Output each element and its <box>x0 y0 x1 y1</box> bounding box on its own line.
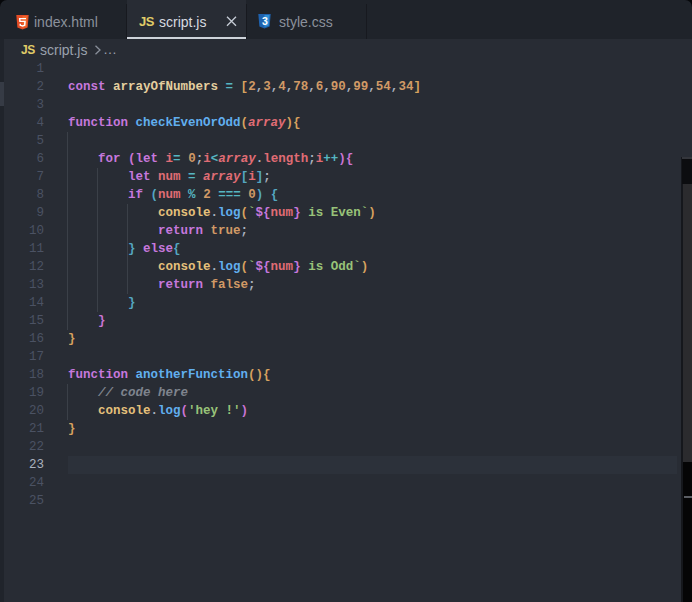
svg-text:3: 3 <box>262 15 268 27</box>
